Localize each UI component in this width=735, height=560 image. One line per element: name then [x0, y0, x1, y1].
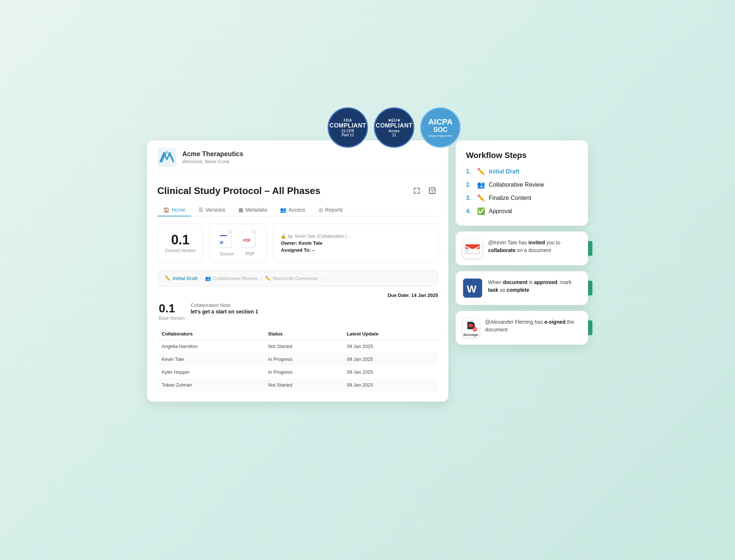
- versions-tab-icon: ☰: [198, 207, 203, 213]
- collab-date-2: 09 Jan 2025: [343, 353, 438, 366]
- bc-arrow-2: ›: [261, 276, 262, 281]
- step-num-1: 1.: [466, 168, 473, 175]
- layout-icon[interactable]: [426, 185, 438, 197]
- tab-versions[interactable]: ☰ Versions: [193, 204, 231, 216]
- tab-versions-label: Versions: [205, 207, 225, 213]
- collab-name-2: Kevin Tate: [157, 353, 263, 366]
- left-panel: Acme Therapeutics Welcome, Marie Curie C…: [147, 140, 448, 402]
- bc-step-reconcile[interactable]: ✏️ Reconcile Comments: [265, 276, 318, 281]
- word-notification-card: W When document is approved, mark task a…: [456, 271, 588, 305]
- bc-arrow-1: ›: [201, 276, 202, 281]
- workflow-step-1[interactable]: 1. ✏️ Initial Draft: [466, 168, 578, 176]
- tab-metadata[interactable]: ▦ Metadata: [233, 204, 273, 216]
- table-row: Kevin Tate In Progress 09 Jan 2025: [157, 353, 438, 366]
- home-tab-icon: 🏠: [163, 207, 169, 213]
- expand-icon[interactable]: [411, 185, 423, 197]
- meta-assigned-label: Assigned To:: [281, 247, 311, 253]
- meta-assigned: –: [312, 247, 315, 253]
- word-app-icon: W: [463, 279, 482, 298]
- docusign-label: docusign.: [463, 333, 479, 337]
- step-num-2: 2.: [466, 182, 473, 188]
- base-version-note: Collaboration Note: let's get a start on…: [191, 302, 258, 315]
- bc-reconcile-label: Reconcile Comments: [273, 276, 318, 281]
- aicpa-badge: AICPA SOC aicpa.org/soc4so: [420, 107, 460, 148]
- meta-locked-by: by: Kevin Tate (Collaboration i...: [288, 234, 350, 239]
- current-version-card: 0.1 Current Version: [157, 224, 203, 263]
- collab-status-2: In Progress: [263, 353, 342, 366]
- gmail-notif-text: @Kevin Tate has invited you to collabora…: [488, 239, 581, 254]
- due-date-label: Due Date:: [388, 292, 410, 298]
- word-notif-text: When document is approved, mark task as …: [488, 279, 581, 294]
- step-label-3: Finalize Content: [489, 195, 531, 201]
- collab-status-4: Not Started: [263, 378, 342, 391]
- breadcrumb-steps: ✏️ Initial Draft › 👥 Collaborative Revie…: [165, 276, 430, 281]
- app-welcome: Welcome, Marie Curie: [182, 159, 243, 164]
- bc-collab-icon: 👥: [205, 276, 211, 281]
- app-name: Acme Therapeutics: [182, 150, 243, 158]
- svg-rect-5: [220, 235, 227, 236]
- eu-badge-sub: Annex11: [388, 129, 400, 137]
- gmail-app-icon: [463, 239, 482, 258]
- tab-access[interactable]: 👥 Access: [274, 204, 311, 216]
- table-row: Toban Zolman Not Started 09 Jan 2025: [157, 378, 438, 391]
- col-header-status: Status: [263, 328, 342, 340]
- due-date-value: 14 Jan 2025: [411, 292, 438, 298]
- docusign-notification-card: docusign. @Alexander Fleming has e-signe…: [456, 311, 588, 345]
- workflow-step-4[interactable]: 4. ✅ Approval: [466, 207, 578, 215]
- eu-badge: ★EU★ COMPLIANT Annex11: [374, 107, 414, 148]
- workflow-card-title: Workflow Steps: [466, 151, 578, 160]
- meta-card: 🔒 by: Kevin Tate (Collaboration i... Own…: [273, 224, 438, 263]
- tab-home[interactable]: 🏠 Home: [157, 204, 191, 216]
- file-icons-card: W Source PDF PDF: [209, 224, 267, 263]
- collab-status-1: Not Started: [263, 340, 342, 353]
- bc-more: ···: [326, 276, 330, 281]
- metadata-tab-icon: ▦: [239, 207, 243, 213]
- aicpa-badge-soc: SOC: [433, 126, 448, 134]
- svg-text:W: W: [220, 241, 223, 245]
- workflow-step-3[interactable]: 3. ✏️ Finalize Content: [466, 194, 578, 202]
- bc-initial-draft-label: Initial Draft: [173, 276, 198, 281]
- step-num-3: 3.: [466, 195, 473, 201]
- source-file-item[interactable]: W Source: [218, 230, 234, 256]
- source-label: Source: [219, 251, 233, 256]
- access-tab-icon: 👥: [280, 207, 286, 213]
- tab-home-label: Home: [172, 207, 185, 213]
- collab-note-label: Collaboration Note:: [191, 302, 258, 308]
- step-num-4: 4.: [466, 208, 473, 215]
- version-label: Current Version: [165, 248, 196, 253]
- collab-name-4: Toban Zolman: [157, 378, 263, 391]
- tab-reports[interactable]: ◎ Reports: [313, 204, 349, 216]
- bc-step-collab-review[interactable]: 👥 Collaborative Review: [205, 276, 258, 281]
- bc-step-initial-draft[interactable]: ✏️ Initial Draft: [165, 276, 198, 281]
- step-label-2: Collaborative Review: [489, 182, 544, 188]
- svg-rect-12: [465, 244, 480, 249]
- fda-badge-sub: 21 CFRPart 11: [341, 129, 354, 137]
- svg-text:W: W: [467, 283, 477, 295]
- table-row: Kyler Hopper In Progress 09 Jan 2025: [157, 366, 438, 378]
- collab-status-3: In Progress: [263, 366, 342, 378]
- svg-rect-0: [157, 148, 176, 167]
- meta-owner-row: Owner: Kevin Tate: [281, 240, 430, 246]
- doc-title-row: Clinical Study Protocol – All Phases: [157, 185, 438, 197]
- base-version-label: Base Version: [159, 316, 185, 321]
- workflow-steps-card: Workflow Steps 1. ✏️ Initial Draft 2. 👥 …: [456, 140, 588, 226]
- base-version-block: 0.1 Base Version Collaboration Note: let…: [157, 302, 438, 321]
- col-header-collaborators: Collaborators: [157, 328, 263, 340]
- version-number: 0.1: [171, 233, 190, 247]
- docusign-notif-text: @Alexander Fleming has e-signed the docu…: [485, 318, 581, 334]
- docusign-app-icon: docusign.: [463, 318, 479, 337]
- step-label-1: Initial Draft: [489, 168, 520, 175]
- fda-badge: FDA COMPLIANT 21 CFRPart 11: [327, 107, 368, 148]
- collab-date-1: 09 Jan 2025: [343, 340, 438, 353]
- workflow-breadcrumb: ✏️ Initial Draft › 👥 Collaborative Revie…: [157, 270, 438, 287]
- gmail-notification-card: @Kevin Tate has invited you to collabora…: [456, 231, 588, 265]
- base-version-num-block: 0.1 Base Version: [159, 302, 185, 321]
- svg-text:PDF: PDF: [243, 238, 251, 243]
- fda-badge-top: FDA: [344, 118, 352, 122]
- pdf-file-item[interactable]: PDF PDF: [242, 230, 258, 256]
- right-panel: Workflow Steps 1. ✏️ Initial Draft 2. 👥 …: [456, 140, 588, 402]
- doc-area: Clinical Study Protocol – All Phases: [147, 175, 448, 402]
- workflow-step-2[interactable]: 2. 👥 Collaborative Review: [466, 181, 578, 189]
- app-title-block: Acme Therapeutics Welcome, Marie Curie: [182, 150, 243, 164]
- collab-date-4: 09 Jan 2025: [343, 378, 438, 391]
